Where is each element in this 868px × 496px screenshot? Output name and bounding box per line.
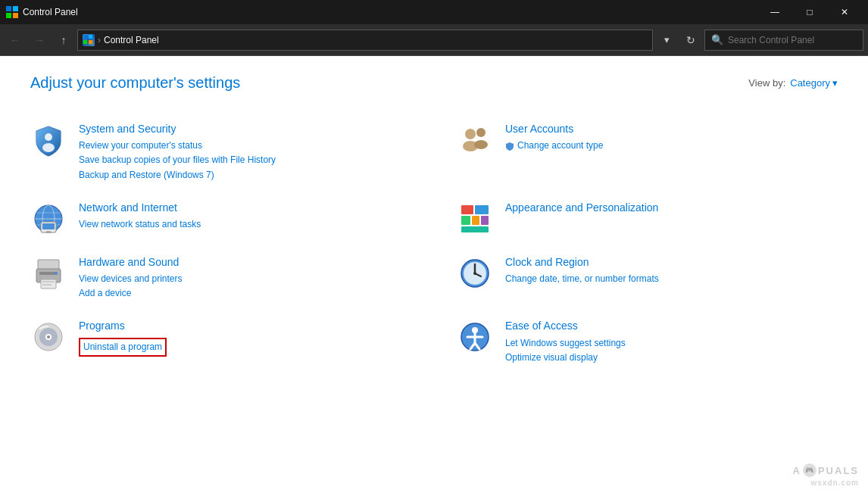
hardware-icon	[30, 255, 67, 292]
svg-rect-23	[475, 205, 489, 214]
optimize-display-link[interactable]: Optimize visual display	[505, 351, 838, 365]
category-network: Network and Internet View network status…	[30, 192, 411, 246]
up-button[interactable]: ↑	[53, 30, 74, 51]
date-time-link[interactable]: Change date, time, or number formats	[505, 272, 838, 286]
programs-text: Programs Uninstall a program	[79, 319, 411, 356]
app-icon	[6, 6, 18, 18]
address-box[interactable]: › Control Panel	[77, 30, 653, 51]
clock-icon	[457, 255, 493, 292]
title-bar: Control Panel — □ ✕	[0, 0, 868, 24]
search-box[interactable]: 🔍	[704, 30, 863, 51]
refresh-button[interactable]: ↻	[680, 30, 701, 51]
content-area: Adjust your computer's settings View by:…	[0, 56, 868, 496]
network-status-link[interactable]: View network status and tasks	[79, 217, 411, 232]
categories-grid: System and Security Review your computer…	[30, 113, 838, 374]
category-programs: Programs Uninstall a program	[30, 310, 411, 374]
page-title: Adjust your computer's settings	[30, 74, 240, 92]
category-hardware: Hardware and Sound View devices and prin…	[30, 246, 411, 310]
category-clock: Clock and Region Change date, time, or n…	[457, 246, 838, 310]
svg-point-13	[474, 140, 488, 149]
programs-title[interactable]: Programs	[79, 319, 411, 332]
appearance-text: Appearance and Personalization	[505, 201, 838, 217]
main-content: Adjust your computer's settings View by:…	[0, 56, 868, 496]
network-title[interactable]: Network and Internet	[79, 201, 411, 214]
svg-rect-0	[6, 6, 11, 11]
system-security-title[interactable]: System and Security	[79, 122, 411, 136]
svg-rect-7	[89, 40, 92, 44]
ease-of-access-title[interactable]: Ease of Access	[505, 319, 838, 332]
svg-rect-22	[461, 205, 473, 214]
address-bar: ← → ↑ › Control Panel ▾ ↻ 🔍	[0, 24, 868, 56]
svg-rect-2	[6, 13, 11, 18]
svg-rect-5	[89, 35, 92, 39]
change-account-type-link[interactable]: Change account type	[517, 139, 603, 153]
window-title: Control Panel	[23, 7, 757, 17]
add-device-link[interactable]: Add a device	[79, 286, 411, 301]
windows-suggest-link[interactable]: Let Windows suggest settings	[505, 336, 838, 351]
view-by: View by: Category ▾	[748, 77, 838, 89]
hardware-text: Hardware and Sound View devices and prin…	[79, 255, 411, 301]
devices-printers-link[interactable]: View devices and printers	[79, 272, 411, 286]
address-dropdown-button[interactable]: ▾	[656, 30, 677, 51]
system-security-icon	[30, 122, 67, 158]
appearance-title[interactable]: Appearance and Personalization	[505, 201, 838, 214]
svg-point-39	[473, 272, 476, 275]
svg-rect-27	[461, 226, 489, 232]
clock-title[interactable]: Clock and Region	[505, 255, 838, 269]
programs-icon	[30, 319, 67, 355]
close-button[interactable]: ✕	[827, 0, 862, 24]
chevron-down-icon: ▾	[832, 77, 838, 89]
user-accounts-text: User Accounts Change account type	[505, 122, 838, 153]
category-appearance: Appearance and Personalization	[457, 192, 838, 246]
window-controls: — □ ✕	[757, 0, 862, 24]
category-system-security: System and Security Review your computer…	[30, 113, 411, 192]
svg-rect-25	[472, 216, 479, 225]
svg-point-34	[55, 272, 58, 275]
svg-rect-24	[461, 216, 470, 225]
address-icon	[83, 34, 95, 46]
ease-of-access-icon	[457, 319, 493, 355]
maximize-button[interactable]: □	[792, 0, 827, 24]
view-by-label: View by:	[748, 77, 785, 89]
uninstall-program-link[interactable]: Uninstall a program	[79, 338, 167, 357]
svg-rect-1	[13, 6, 18, 11]
ease-of-access-text: Ease of Access Let Windows suggest setti…	[505, 319, 838, 365]
svg-rect-20	[42, 223, 55, 229]
svg-point-43	[47, 335, 50, 338]
network-icon	[30, 201, 67, 237]
shield-sub-icon	[505, 142, 514, 151]
search-icon: 🔍	[711, 34, 723, 45]
view-by-dropdown[interactable]: Category ▾	[790, 77, 838, 89]
appearance-icon	[457, 201, 493, 237]
svg-rect-21	[46, 231, 51, 232]
hardware-title[interactable]: Hardware and Sound	[79, 255, 411, 269]
svg-point-9	[42, 143, 55, 152]
svg-rect-3	[13, 13, 18, 18]
svg-rect-32	[42, 281, 55, 282]
address-text: Control Panel	[104, 35, 159, 45]
forward-button[interactable]: →	[29, 30, 50, 51]
svg-rect-33	[42, 284, 52, 285]
file-history-link[interactable]: Save backup copies of your files with Fi…	[79, 153, 411, 167]
svg-point-10	[465, 129, 476, 139]
minimize-button[interactable]: —	[757, 0, 792, 24]
category-ease-of-access: Ease of Access Let Windows suggest setti…	[457, 310, 838, 374]
clock-text: Clock and Region Change date, time, or n…	[505, 255, 838, 286]
svg-point-8	[45, 133, 52, 141]
svg-point-12	[476, 128, 486, 137]
backup-restore-link[interactable]: Backup and Restore (Windows 7)	[79, 168, 411, 182]
svg-rect-4	[83, 35, 87, 39]
search-input[interactable]	[728, 35, 857, 45]
page-title-row: Adjust your computer's settings View by:…	[30, 74, 838, 92]
svg-rect-26	[481, 216, 489, 225]
category-user-accounts: User Accounts Change account type	[457, 113, 838, 192]
system-security-text: System and Security Review your computer…	[79, 122, 411, 182]
user-accounts-icon	[457, 122, 493, 158]
network-text: Network and Internet View network status…	[79, 201, 411, 232]
review-status-link[interactable]: Review your computer's status	[79, 139, 411, 153]
user-accounts-title[interactable]: User Accounts	[505, 122, 838, 136]
back-button[interactable]: ←	[5, 30, 26, 51]
address-separator: ›	[98, 35, 101, 45]
svg-rect-6	[83, 40, 87, 44]
